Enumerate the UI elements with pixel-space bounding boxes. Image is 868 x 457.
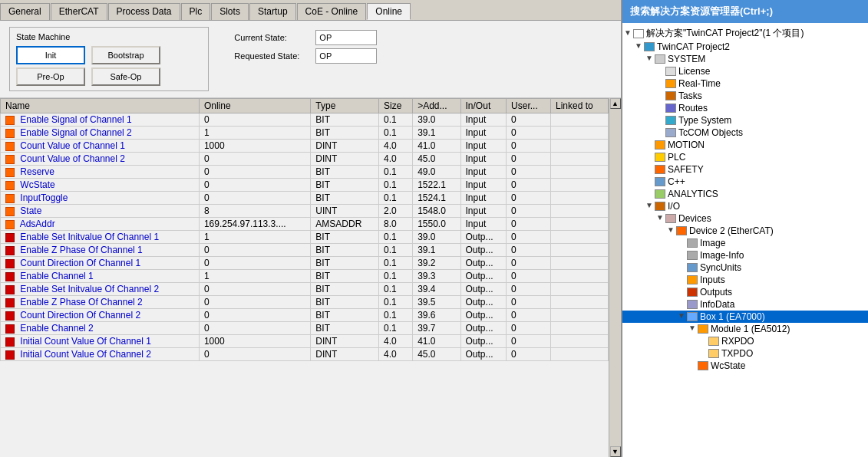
tree-item-wcstate[interactable]: WcState xyxy=(622,360,868,372)
table-row[interactable]: Enable Z Phase Of Channel 2 0 BIT 0.1 39… xyxy=(1,296,609,309)
tree-item-label: RXPDO xyxy=(721,336,754,347)
tree-item-device[interactable]: ▼ Device 2 (EtherCAT) xyxy=(622,225,868,237)
tree-item-realtime[interactable]: Real-Time xyxy=(622,77,868,90)
rxpdo-tree-icon xyxy=(708,337,719,346)
cell-inout: Input xyxy=(460,166,507,179)
scrollbar-down[interactable]: ▼ xyxy=(610,446,621,457)
tab-ethercat[interactable]: EtherCAT xyxy=(51,3,107,20)
tree-item-inputs[interactable]: Inputs xyxy=(622,274,868,286)
cell-name: Count Value of Channel 1 xyxy=(1,140,200,153)
btn-bootstrap[interactable]: Bootstrap xyxy=(91,46,160,64)
table-row[interactable]: Enable Signal of Channel 1 0 BIT 0.1 39.… xyxy=(1,113,609,127)
tree-item-label: SyncUnits xyxy=(700,262,741,273)
tab-coe-online[interactable]: CoE - Online xyxy=(297,3,367,20)
tab-online[interactable]: Online xyxy=(367,3,411,20)
tree-item-project[interactable]: ▼ TwinCAT Project2 xyxy=(622,41,868,53)
table-row[interactable]: Enable Set Initvalue Of Channel 1 1 BIT … xyxy=(1,231,609,244)
cell-addr: 1550.0 xyxy=(413,218,460,231)
cell-linked xyxy=(550,113,608,127)
tab-bar: General EtherCAT Process Data Plc Slots … xyxy=(0,0,621,21)
tree-item-license[interactable]: License xyxy=(622,65,868,77)
tab-plc[interactable]: Plc xyxy=(181,3,211,20)
cell-name: Enable Z Phase Of Channel 2 xyxy=(1,296,200,309)
table-row[interactable]: AdsAddr 169.254.97.113.3.... AMSADDR 8.0… xyxy=(1,218,609,231)
tree-expand-icon[interactable]: ▼ xyxy=(676,311,687,322)
table-row[interactable]: Count Value of Channel 1 1000 DINT 4.0 4… xyxy=(1,140,609,153)
requested-state-input[interactable] xyxy=(315,48,377,64)
tree-expand-icon[interactable]: ▼ xyxy=(644,54,655,64)
current-state-input[interactable] xyxy=(315,30,377,45)
tab-general[interactable]: General xyxy=(0,3,50,20)
table-row[interactable]: WcState 0 BIT 0.1 1522.1 Input 0 xyxy=(1,179,609,192)
tree-expand-icon[interactable]: ▼ xyxy=(687,324,698,334)
tree-item-analytics[interactable]: ANALYTICS xyxy=(622,188,868,200)
tree-item-devices[interactable]: ▼ Devices xyxy=(622,212,868,225)
motion-tree-icon xyxy=(655,140,665,150)
table-row[interactable]: Initial Count Value Of Channel 1 1000 DI… xyxy=(1,335,609,348)
tree-item-tccom[interactable]: TcCOM Objects xyxy=(622,127,868,139)
cell-linked xyxy=(550,218,608,231)
tab-slots[interactable]: Slots xyxy=(211,3,249,20)
cell-size: 4.0 xyxy=(379,153,413,166)
tree-expand-icon[interactable]: ▼ xyxy=(655,213,665,224)
cell-inout: Outp... xyxy=(460,322,507,335)
tree-item-imageinfo[interactable]: Image-Info xyxy=(622,249,868,261)
tree-item-typesystem[interactable]: Type System xyxy=(622,114,868,127)
scrollbar-up[interactable]: ▲ xyxy=(610,98,621,109)
tree-item-label: Device 2 (EtherCAT) xyxy=(689,225,774,236)
tree-item-syncunits[interactable]: SyncUnits xyxy=(622,261,868,274)
tree-expand-icon[interactable]: ▼ xyxy=(644,201,655,212)
table-row[interactable]: Enable Signal of Channel 2 1 BIT 0.1 39.… xyxy=(1,127,609,140)
table-row[interactable]: Count Direction Of Channel 1 0 BIT 0.1 3… xyxy=(1,257,609,270)
tree-item-system[interactable]: ▼ SYSTEM xyxy=(622,53,868,65)
tree-item-label: MOTION xyxy=(668,140,705,150)
cell-name: Count Value of Channel 2 xyxy=(1,153,200,166)
tree-item-tasks[interactable]: Tasks xyxy=(622,90,868,102)
tree-item-label: Tasks xyxy=(678,90,702,101)
tab-process-data[interactable]: Process Data xyxy=(108,3,180,20)
tree-expand-icon[interactable]: ▼ xyxy=(633,41,644,52)
tree-item-motion[interactable]: MOTION xyxy=(622,139,868,151)
table-row[interactable]: Initial Count Value Of Channel 2 0 DINT … xyxy=(1,348,609,361)
cell-online: 0 xyxy=(199,166,310,179)
tree-expand-icon[interactable]: ▼ xyxy=(665,225,676,236)
cell-user: 0 xyxy=(507,218,551,231)
tree-item-plc[interactable]: PLC xyxy=(622,151,868,163)
table-row[interactable]: Count Direction Of Channel 2 0 BIT 0.1 3… xyxy=(1,309,609,322)
table-row[interactable]: Enable Z Phase Of Channel 1 0 BIT 0.1 39… xyxy=(1,244,609,257)
tree-expand-icon[interactable]: ▼ xyxy=(622,28,633,39)
tree-item-module[interactable]: ▼ Module 1 (EA5012) xyxy=(622,323,868,335)
table-row[interactable]: Enable Channel 1 1 BIT 0.1 39.3 Outp... … xyxy=(1,270,609,283)
tree-item-routes[interactable]: Routes xyxy=(622,102,868,114)
btn-pre-op[interactable]: Pre-Op xyxy=(16,67,85,86)
tree-item-txpdo[interactable]: TXPDO xyxy=(622,347,868,360)
tab-startup[interactable]: Startup xyxy=(249,3,296,20)
table-row[interactable]: State 8 UINT 2.0 1548.0 Input 0 xyxy=(1,205,609,218)
cell-user: 0 xyxy=(507,257,551,270)
tree-item-infodata[interactable]: InfoData xyxy=(622,298,868,311)
cell-online: 0 xyxy=(199,244,310,257)
table-row[interactable]: Reserve 0 BIT 0.1 49.0 Input 0 xyxy=(1,166,609,179)
tree-item-label: WcState xyxy=(711,360,745,371)
tree-item-safety[interactable]: SAFETY xyxy=(622,163,868,176)
table-row[interactable]: Enable Channel 2 0 BIT 0.1 39.7 Outp... … xyxy=(1,322,609,335)
output-icon xyxy=(5,259,15,268)
table-row[interactable]: Enable Set Initvalue Of Channel 2 0 BIT … xyxy=(1,283,609,296)
cell-user: 0 xyxy=(507,270,551,283)
tree-item-outputs[interactable]: Outputs xyxy=(622,286,868,298)
tree-item-rxpdo[interactable]: RXPDO xyxy=(622,335,868,347)
tree-item-image[interactable]: Image xyxy=(622,237,868,249)
tree-item-solution[interactable]: ▼ 解决方案"TwinCAT Project2"(1 个项目) xyxy=(622,26,868,41)
btn-safe-op[interactable]: Safe-Op xyxy=(91,67,160,86)
tree-item-io[interactable]: ▼ I/O xyxy=(622,200,868,212)
table-row[interactable]: Count Value of Channel 2 0 DINT 4.0 45.0… xyxy=(1,153,609,166)
cell-size: 8.0 xyxy=(379,218,413,231)
tree-item-box[interactable]: ▼ Box 1 (EA7000) xyxy=(622,311,868,323)
output-icon xyxy=(5,285,15,294)
cell-addr: 41.0 xyxy=(413,140,460,153)
table-row[interactable]: InputToggle 0 BIT 0.1 1524.1 Input 0 xyxy=(1,192,609,205)
cell-addr: 39.7 xyxy=(413,322,460,335)
btn-init[interactable]: Init xyxy=(16,46,85,64)
cell-inout: Outp... xyxy=(460,348,507,361)
tree-item-cpp[interactable]: C++ xyxy=(622,176,868,188)
